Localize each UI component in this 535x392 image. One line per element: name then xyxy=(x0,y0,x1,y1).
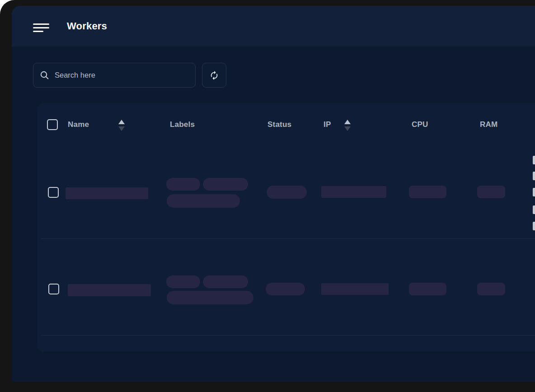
refresh-button[interactable] xyxy=(202,63,226,88)
page-title: Workers xyxy=(67,6,107,47)
column-header-status: Status xyxy=(268,120,291,129)
edge-clipped-item xyxy=(533,156,535,164)
app-header: Workers xyxy=(12,6,535,47)
row-checkbox[interactable] xyxy=(48,187,59,198)
column-header-cpu: CPU xyxy=(412,120,428,129)
skeleton-ip xyxy=(321,186,386,198)
sort-icon-ip[interactable] xyxy=(344,119,351,131)
column-header-ram: RAM xyxy=(480,120,497,129)
workers-table: Name Labels Status IP CPU RAM xyxy=(37,103,535,352)
row-checkbox[interactable] xyxy=(48,284,59,294)
skeleton-status xyxy=(267,186,307,199)
skeleton-label xyxy=(167,291,253,304)
app-screen: Workers Name Labels Status xyxy=(12,6,535,382)
row-divider xyxy=(41,238,535,239)
edge-clipped-item xyxy=(533,222,535,230)
skeleton-status xyxy=(266,283,305,295)
skeleton-cpu xyxy=(409,186,446,198)
skeleton-cpu xyxy=(409,283,446,295)
column-header-name[interactable]: Name xyxy=(68,120,89,129)
edge-clipped-item xyxy=(533,205,535,214)
select-all-checkbox[interactable] xyxy=(47,119,58,130)
column-header-labels: Labels xyxy=(170,120,195,129)
refresh-icon xyxy=(209,70,219,80)
hamburger-menu-icon[interactable] xyxy=(33,23,49,33)
edge-clipped-item xyxy=(533,172,535,180)
skeleton-label xyxy=(203,178,248,191)
skeleton-label xyxy=(166,275,200,288)
skeleton-label xyxy=(166,178,200,191)
edge-clipped-item xyxy=(533,188,535,196)
skeleton-ram xyxy=(477,283,505,295)
search-icon xyxy=(40,70,49,80)
row-divider xyxy=(41,335,535,336)
skeleton-name xyxy=(68,284,151,296)
search-input[interactable] xyxy=(55,71,189,79)
column-header-ip[interactable]: IP xyxy=(324,120,331,129)
sort-icon-name[interactable] xyxy=(118,119,125,131)
skeleton-label xyxy=(203,275,248,288)
skeleton-name xyxy=(66,187,148,199)
search-box[interactable] xyxy=(33,63,196,88)
skeleton-ram xyxy=(477,186,505,198)
device-frame: Workers Name Labels Status xyxy=(0,0,535,392)
skeleton-ip xyxy=(321,283,389,295)
skeleton-label xyxy=(167,194,240,208)
